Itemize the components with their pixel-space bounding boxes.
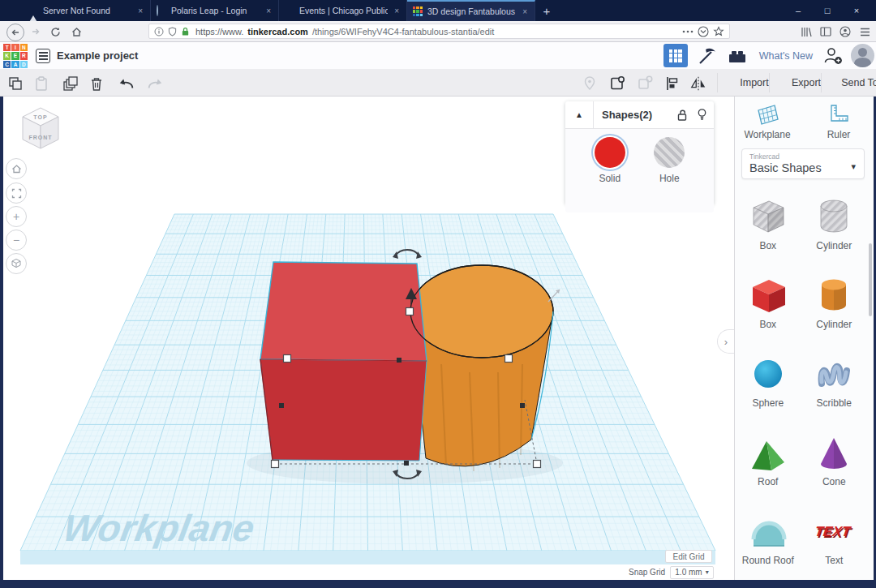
home-view-button[interactable] (6, 158, 27, 179)
tab-close-icon[interactable]: × (393, 6, 401, 15)
align-icon[interactable] (663, 75, 681, 92)
whats-new-link[interactable]: What's New (756, 50, 816, 62)
back-button[interactable] (6, 24, 24, 41)
view-cube[interactable]: TOP FRONT (23, 108, 58, 148)
shape-item-text[interactable]: TEXT TEXT Text (802, 510, 865, 588)
unlock-icon[interactable] (676, 109, 689, 122)
svg-text:FRONT: FRONT (28, 135, 52, 140)
page-actions-icon[interactable] (682, 30, 694, 33)
zoom-out-button[interactable]: − (6, 230, 27, 251)
duplicate-icon[interactable] (62, 75, 79, 92)
shape-item-box-red[interactable]: Box (736, 274, 800, 353)
dashboard-grid-button[interactable] (663, 44, 688, 67)
shape-library-select[interactable]: Tinkercad Basic Shapes ▾ (741, 148, 865, 179)
tab-close-icon[interactable]: × (136, 6, 144, 15)
perspective-toggle-button[interactable] (6, 253, 27, 274)
reload-button[interactable] (47, 24, 63, 40)
paste-icon[interactable] (32, 75, 50, 92)
pocket-icon[interactable] (698, 26, 709, 37)
ruler-tool[interactable]: Ruler (806, 103, 871, 140)
tab-chicago-library[interactable]: Events | Chicago Public Library × (279, 0, 407, 21)
shape-item-scribble[interactable]: Scribble (802, 353, 865, 431)
library-icon[interactable] (798, 24, 814, 40)
tab-tinkercad-active[interactable]: 3D design Fantabulous Stantia × (407, 0, 535, 21)
library-label: Tinkercad (749, 152, 857, 161)
lightbulb-icon[interactable] (697, 108, 707, 122)
window-close-button[interactable]: × (842, 0, 871, 21)
library-value: Basic Shapes (749, 161, 857, 174)
main-area: Workplane (0, 97, 876, 580)
box-red-icon (747, 274, 789, 316)
edit-grid-button[interactable]: Edit Grid (665, 550, 712, 563)
workplane-tool[interactable]: Workplane (735, 103, 800, 140)
tab-polaris-leap[interactable]: Polaris Leap - Login × (151, 0, 279, 21)
fit-view-button[interactable] (6, 182, 27, 204)
panel-collapse-icon[interactable]: ▲ (565, 101, 594, 128)
tab-close-icon[interactable]: × (264, 6, 273, 15)
shape-item-cylinder-hole[interactable]: Cylinder (802, 195, 865, 274)
sidebar-scrollbar[interactable] (869, 243, 872, 316)
undo-icon[interactable] (118, 75, 135, 92)
roof-icon (747, 431, 789, 474)
window-minimize-button[interactable]: – (784, 0, 813, 21)
shield-icon[interactable] (168, 27, 177, 36)
hole-color-disc[interactable] (654, 137, 685, 168)
group-icon[interactable] (608, 75, 626, 92)
tab-server-not-found[interactable]: Server Not Found × (23, 0, 151, 21)
shapes-sidebar: Workplane Ruler Tinkercad Basic Shapes ▾ (734, 97, 874, 580)
globe-icon (157, 6, 166, 15)
solid-color-disc[interactable] (595, 137, 625, 168)
3d-canvas[interactable]: Workplane (3, 97, 734, 580)
menu-icon[interactable] (857, 24, 873, 40)
info-icon[interactable] (154, 27, 164, 36)
library-site-icon (285, 6, 294, 15)
new-tab-button[interactable]: + (535, 0, 558, 21)
sphere-icon (747, 353, 789, 395)
ungroup-icon[interactable] (636, 75, 654, 92)
project-list-icon[interactable] (36, 49, 50, 63)
project-title[interactable]: Example project (57, 49, 138, 62)
forward-button[interactable] (28, 24, 44, 40)
account-icon[interactable] (837, 24, 853, 40)
browser-tab-bar: Server Not Found × Polaris Leap - Login … (0, 0, 876, 21)
show-all-icon[interactable] (581, 75, 599, 92)
url-bar[interactable]: https://www.tinkercad.com/things/6WIFehy… (148, 24, 730, 39)
snap-grid-select[interactable]: 1.0 mm▾ (670, 566, 714, 579)
tinkercad-header: TIN KER CAD Example project What's New (0, 42, 876, 69)
ruler-icon (827, 103, 851, 126)
tab-title: 3D design Fantabulous Stantia (427, 6, 516, 16)
shape-item-sphere[interactable]: Sphere (736, 353, 800, 431)
solid-swatch[interactable]: Solid (595, 137, 625, 212)
workplane-icon (755, 103, 779, 126)
shape-item-cone[interactable]: Cone (802, 431, 865, 510)
copy-icon[interactable] (6, 75, 24, 92)
window-maximize-button[interactable]: □ (813, 0, 842, 21)
hole-label: Hole (659, 173, 680, 184)
solid-label: Solid (599, 173, 620, 184)
invite-people-icon[interactable] (822, 45, 844, 67)
user-avatar[interactable] (851, 44, 874, 67)
shapes-panel: ▲ Shapes(2) Solid Hole (565, 101, 714, 204)
minecraft-pickaxe-icon[interactable] (694, 44, 719, 67)
tab-title: Server Not Found (43, 6, 131, 15)
brick-icon[interactable] (725, 44, 749, 67)
home-button[interactable] (68, 24, 84, 40)
shape-item-cylinder-orange[interactable]: Cylinder (802, 274, 865, 353)
tab-title: Polaris Leap - Login (171, 6, 260, 15)
delete-icon[interactable] (88, 75, 105, 92)
svg-text:TEXT: TEXT (814, 525, 853, 540)
tinkercad-logo[interactable]: TIN KER CAD (3, 44, 28, 68)
send-to-button[interactable]: Send To (821, 73, 876, 92)
lock-icon[interactable] (181, 27, 190, 36)
mirror-icon[interactable] (689, 75, 707, 92)
zoom-in-button[interactable]: + (6, 206, 27, 227)
tab-close-icon[interactable]: × (521, 7, 529, 16)
caret-down-icon: ▾ (851, 161, 856, 172)
shape-item-roof[interactable]: Roof (736, 431, 800, 510)
sidebar-toggle-icon[interactable] (818, 24, 834, 40)
redo-icon[interactable] (146, 75, 164, 92)
shape-item-round-roof[interactable]: Round Roof (736, 510, 800, 588)
shape-item-box-hole[interactable]: Box (736, 195, 800, 274)
hole-swatch[interactable]: Hole (654, 137, 685, 212)
bookmark-star-icon[interactable] (713, 26, 724, 37)
